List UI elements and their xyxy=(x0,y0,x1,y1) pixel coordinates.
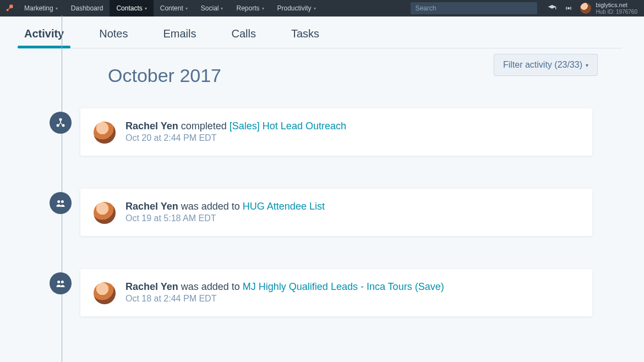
activity-verb: was added to xyxy=(181,281,243,292)
tab-tasks[interactable]: Tasks xyxy=(289,24,321,48)
actor-avatar xyxy=(94,202,116,224)
hubspot-logo-icon xyxy=(4,3,14,13)
account-hub-id: Hub ID: 1976760 xyxy=(596,9,637,15)
svg-point-7 xyxy=(57,200,60,203)
tab-label: Tasks xyxy=(291,28,319,40)
nav-product-label: Marketing xyxy=(24,4,53,12)
activity-object-link[interactable]: MJ Highly Qualified Leads - Inca Tours (… xyxy=(243,281,444,292)
activity-object-link[interactable]: [Sales] Hot Lead Outreach xyxy=(230,120,346,131)
nav-item-dashboard[interactable]: Dashboard xyxy=(64,0,110,17)
nav-item-label: Contacts xyxy=(116,4,142,12)
nav-item-label: Content xyxy=(160,4,183,12)
tab-activity[interactable]: Activity xyxy=(22,24,66,48)
user-avatar[interactable] xyxy=(580,3,591,14)
chevron-down-icon: ▾ xyxy=(314,6,316,11)
tab-label: Activity xyxy=(24,28,64,40)
svg-point-8 xyxy=(61,200,64,203)
list-icon xyxy=(50,192,72,214)
tab-calls[interactable]: Calls xyxy=(230,24,258,48)
svg-point-10 xyxy=(61,281,64,283)
academy-icon[interactable] xyxy=(546,4,558,13)
activity-verb: was added to xyxy=(181,201,243,212)
svg-point-4 xyxy=(59,118,62,121)
chevron-down-icon: ▾ xyxy=(221,6,223,11)
search-input[interactable] xyxy=(415,4,533,12)
chevron-down-icon: ▾ xyxy=(56,6,58,11)
activity-object-link[interactable]: HUG Attendee List xyxy=(243,201,325,212)
activity-title: Rachel Yen completed [Sales] Hot Lead Ou… xyxy=(125,120,579,132)
activity-feed: Filter activity (23/33) ▾ October 2017 R… xyxy=(0,48,644,316)
account-domain: biglytics.net xyxy=(596,2,637,8)
top-nav: Marketing ▾ Dashboard Contacts ▾ Content… xyxy=(0,0,644,17)
activity-timestamp: Oct 18 at 2:44 PM EDT xyxy=(125,294,579,304)
activity-card[interactable]: Rachel Yen completed [Sales] Hot Lead Ou… xyxy=(80,108,592,156)
tab-notes[interactable]: Notes xyxy=(97,24,130,48)
nav-item-productivity[interactable]: Productivity ▾ xyxy=(271,0,323,17)
nav-product[interactable]: Marketing ▾ xyxy=(18,0,64,17)
list-icon xyxy=(50,272,72,294)
chevron-down-icon: ▾ xyxy=(185,6,188,11)
svg-point-9 xyxy=(57,281,60,283)
activity-actor: Rachel Yen xyxy=(125,201,178,212)
nav-item-label: Productivity xyxy=(277,4,312,12)
svg-point-3 xyxy=(568,8,570,9)
nav-item-reports[interactable]: Reports ▾ xyxy=(230,0,270,17)
activity-verb: completed xyxy=(181,120,230,131)
nav-item-label: Social xyxy=(201,4,219,12)
tab-label: Emails xyxy=(163,28,197,40)
activity-title: Rachel Yen was added to MJ Highly Qualif… xyxy=(125,281,579,293)
activity-timestamp: Oct 20 at 2:44 PM EDT xyxy=(125,133,579,143)
account-menu[interactable]: biglytics.net Hub ID: 1976760 xyxy=(596,2,637,14)
svg-rect-2 xyxy=(8,7,10,9)
timeline-event: Rachel Yen completed [Sales] Hot Lead Ou… xyxy=(80,108,611,156)
nav-item-social[interactable]: Social ▾ xyxy=(194,0,230,17)
actor-avatar xyxy=(94,122,116,144)
timeline-event: Rachel Yen was added to HUG Attendee Lis… xyxy=(80,189,611,236)
tab-emails[interactable]: Emails xyxy=(161,24,199,48)
activity-timestamp: Oct 19 at 5:18 AM EDT xyxy=(125,213,579,223)
timeline-event: Rachel Yen was added to MJ Highly Qualif… xyxy=(80,269,611,316)
activity-card[interactable]: Rachel Yen was added to HUG Attendee Lis… xyxy=(80,189,592,236)
activity-title: Rachel Yen was added to HUG Attendee Lis… xyxy=(125,201,579,212)
global-search[interactable] xyxy=(411,2,537,14)
chevron-down-icon: ▾ xyxy=(145,6,147,11)
record-tabs: Activity Notes Emails Calls Tasks xyxy=(0,17,644,48)
nav-item-contacts[interactable]: Contacts ▾ xyxy=(110,0,153,17)
activity-actor: Rachel Yen xyxy=(125,120,178,131)
nav-item-label: Dashboard xyxy=(71,4,103,12)
tab-label: Notes xyxy=(99,28,128,40)
chevron-down-icon: ▾ xyxy=(262,6,264,11)
activity-card[interactable]: Rachel Yen was added to MJ Highly Qualif… xyxy=(80,269,592,316)
timeline: October 2017 Rachel Yen completed [Sales… xyxy=(61,65,611,316)
nav-item-label: Reports xyxy=(236,4,259,12)
timeline-month-heading: October 2017 xyxy=(108,65,611,86)
broadcast-icon[interactable] xyxy=(563,4,575,13)
svg-point-0 xyxy=(7,9,9,11)
nav-item-content[interactable]: Content ▾ xyxy=(154,0,194,17)
tab-label: Calls xyxy=(232,28,256,40)
workflow-icon xyxy=(50,112,72,134)
actor-avatar xyxy=(94,282,116,304)
activity-actor: Rachel Yen xyxy=(125,281,178,292)
